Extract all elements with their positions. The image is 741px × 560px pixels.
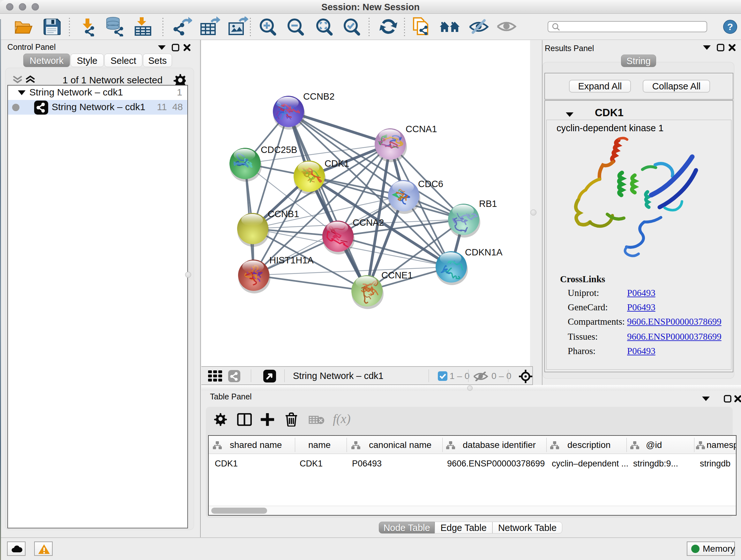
svg-text:?: ? — [727, 21, 733, 32]
svg-text:CDK1: CDK1 — [325, 159, 349, 169]
svg-text:CDKN1A: CDKN1A — [465, 247, 502, 257]
svg-text:CCNA2: CCNA2 — [353, 217, 384, 228]
svg-text:HIST1H1A: HIST1H1A — [269, 255, 314, 265]
svg-text:CCNE1: CCNE1 — [381, 270, 413, 280]
svg-text:CDC25B: CDC25B — [261, 145, 297, 155]
svg-text:CCNB2: CCNB2 — [303, 91, 334, 102]
svg-text:CCNB1: CCNB1 — [268, 209, 299, 219]
svg-text:CCNA1: CCNA1 — [406, 124, 437, 134]
svg-text:CDC6: CDC6 — [418, 179, 443, 189]
svg-text:RB1: RB1 — [479, 199, 497, 209]
